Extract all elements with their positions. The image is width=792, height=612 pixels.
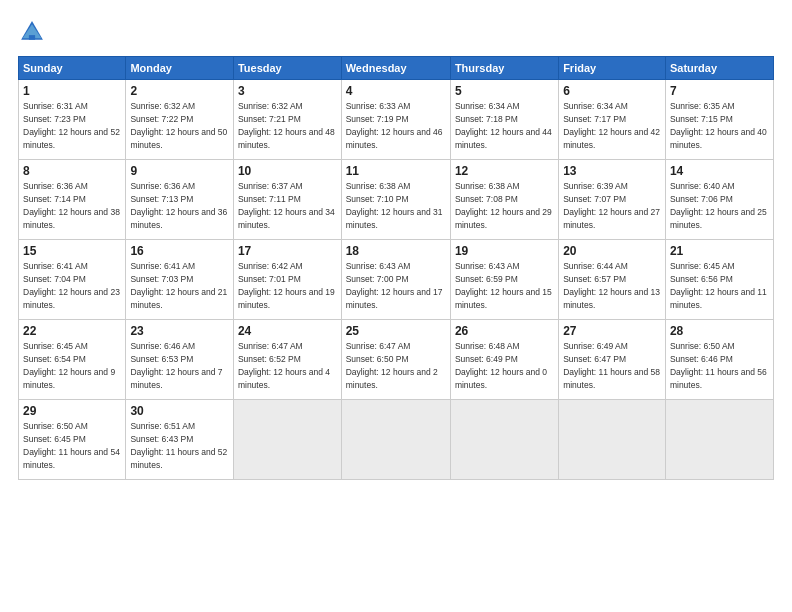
calendar-cell: 23 Sunrise: 6:46 AMSunset: 6:53 PMDaylig… xyxy=(126,320,234,400)
calendar-cell: 4 Sunrise: 6:33 AMSunset: 7:19 PMDayligh… xyxy=(341,80,450,160)
day-detail: Sunrise: 6:31 AMSunset: 7:23 PMDaylight:… xyxy=(23,101,120,150)
day-number: 24 xyxy=(238,324,337,338)
calendar-cell: 29 Sunrise: 6:50 AMSunset: 6:45 PMDaylig… xyxy=(19,400,126,480)
day-number: 4 xyxy=(346,84,446,98)
calendar-cell xyxy=(341,400,450,480)
day-number: 6 xyxy=(563,84,661,98)
calendar-cell: 18 Sunrise: 6:43 AMSunset: 7:00 PMDaylig… xyxy=(341,240,450,320)
day-detail: Sunrise: 6:32 AMSunset: 7:22 PMDaylight:… xyxy=(130,101,227,150)
calendar-cell: 27 Sunrise: 6:49 AMSunset: 6:47 PMDaylig… xyxy=(559,320,666,400)
day-number: 7 xyxy=(670,84,769,98)
calendar-cell: 9 Sunrise: 6:36 AMSunset: 7:13 PMDayligh… xyxy=(126,160,234,240)
day-detail: Sunrise: 6:37 AMSunset: 7:11 PMDaylight:… xyxy=(238,181,335,230)
day-number: 18 xyxy=(346,244,446,258)
calendar-cell: 14 Sunrise: 6:40 AMSunset: 7:06 PMDaylig… xyxy=(665,160,773,240)
day-number: 19 xyxy=(455,244,554,258)
calendar-cell: 17 Sunrise: 6:42 AMSunset: 7:01 PMDaylig… xyxy=(233,240,341,320)
day-detail: Sunrise: 6:46 AMSunset: 6:53 PMDaylight:… xyxy=(130,341,222,390)
day-number: 13 xyxy=(563,164,661,178)
calendar-cell: 19 Sunrise: 6:43 AMSunset: 6:59 PMDaylig… xyxy=(450,240,558,320)
day-number: 23 xyxy=(130,324,229,338)
day-number: 12 xyxy=(455,164,554,178)
logo-icon xyxy=(18,18,46,46)
calendar-cell: 25 Sunrise: 6:47 AMSunset: 6:50 PMDaylig… xyxy=(341,320,450,400)
day-detail: Sunrise: 6:43 AMSunset: 6:59 PMDaylight:… xyxy=(455,261,552,310)
week-row-2: 8 Sunrise: 6:36 AMSunset: 7:14 PMDayligh… xyxy=(19,160,774,240)
calendar-page: SundayMondayTuesdayWednesdayThursdayFrid… xyxy=(0,0,792,612)
calendar-cell: 1 Sunrise: 6:31 AMSunset: 7:23 PMDayligh… xyxy=(19,80,126,160)
calendar-cell: 16 Sunrise: 6:41 AMSunset: 7:03 PMDaylig… xyxy=(126,240,234,320)
calendar-cell: 6 Sunrise: 6:34 AMSunset: 7:17 PMDayligh… xyxy=(559,80,666,160)
week-row-4: 22 Sunrise: 6:45 AMSunset: 6:54 PMDaylig… xyxy=(19,320,774,400)
day-detail: Sunrise: 6:47 AMSunset: 6:50 PMDaylight:… xyxy=(346,341,438,390)
day-detail: Sunrise: 6:45 AMSunset: 6:56 PMDaylight:… xyxy=(670,261,767,310)
day-detail: Sunrise: 6:51 AMSunset: 6:43 PMDaylight:… xyxy=(130,421,227,470)
day-number: 30 xyxy=(130,404,229,418)
col-header-thursday: Thursday xyxy=(450,57,558,80)
day-number: 1 xyxy=(23,84,121,98)
calendar-cell xyxy=(559,400,666,480)
day-detail: Sunrise: 6:41 AMSunset: 7:03 PMDaylight:… xyxy=(130,261,227,310)
day-detail: Sunrise: 6:34 AMSunset: 7:17 PMDaylight:… xyxy=(563,101,660,150)
calendar-cell xyxy=(450,400,558,480)
calendar-cell: 7 Sunrise: 6:35 AMSunset: 7:15 PMDayligh… xyxy=(665,80,773,160)
day-number: 26 xyxy=(455,324,554,338)
calendar-cell: 11 Sunrise: 6:38 AMSunset: 7:10 PMDaylig… xyxy=(341,160,450,240)
day-detail: Sunrise: 6:40 AMSunset: 7:06 PMDaylight:… xyxy=(670,181,767,230)
col-header-saturday: Saturday xyxy=(665,57,773,80)
calendar-cell: 10 Sunrise: 6:37 AMSunset: 7:11 PMDaylig… xyxy=(233,160,341,240)
calendar-cell: 28 Sunrise: 6:50 AMSunset: 6:46 PMDaylig… xyxy=(665,320,773,400)
day-number: 25 xyxy=(346,324,446,338)
col-header-monday: Monday xyxy=(126,57,234,80)
calendar-cell: 20 Sunrise: 6:44 AMSunset: 6:57 PMDaylig… xyxy=(559,240,666,320)
day-number: 10 xyxy=(238,164,337,178)
col-header-sunday: Sunday xyxy=(19,57,126,80)
day-detail: Sunrise: 6:39 AMSunset: 7:07 PMDaylight:… xyxy=(563,181,660,230)
header-row: SundayMondayTuesdayWednesdayThursdayFrid… xyxy=(19,57,774,80)
day-number: 29 xyxy=(23,404,121,418)
day-number: 3 xyxy=(238,84,337,98)
day-number: 16 xyxy=(130,244,229,258)
day-detail: Sunrise: 6:49 AMSunset: 6:47 PMDaylight:… xyxy=(563,341,660,390)
day-number: 21 xyxy=(670,244,769,258)
day-number: 28 xyxy=(670,324,769,338)
day-detail: Sunrise: 6:34 AMSunset: 7:18 PMDaylight:… xyxy=(455,101,552,150)
day-detail: Sunrise: 6:38 AMSunset: 7:08 PMDaylight:… xyxy=(455,181,552,230)
day-detail: Sunrise: 6:50 AMSunset: 6:46 PMDaylight:… xyxy=(670,341,767,390)
day-detail: Sunrise: 6:42 AMSunset: 7:01 PMDaylight:… xyxy=(238,261,335,310)
day-number: 14 xyxy=(670,164,769,178)
day-detail: Sunrise: 6:41 AMSunset: 7:04 PMDaylight:… xyxy=(23,261,120,310)
col-header-tuesday: Tuesday xyxy=(233,57,341,80)
calendar-cell xyxy=(665,400,773,480)
calendar-cell: 12 Sunrise: 6:38 AMSunset: 7:08 PMDaylig… xyxy=(450,160,558,240)
calendar-cell: 26 Sunrise: 6:48 AMSunset: 6:49 PMDaylig… xyxy=(450,320,558,400)
day-number: 22 xyxy=(23,324,121,338)
header xyxy=(18,18,774,46)
col-header-wednesday: Wednesday xyxy=(341,57,450,80)
day-detail: Sunrise: 6:35 AMSunset: 7:15 PMDaylight:… xyxy=(670,101,767,150)
day-number: 17 xyxy=(238,244,337,258)
week-row-3: 15 Sunrise: 6:41 AMSunset: 7:04 PMDaylig… xyxy=(19,240,774,320)
day-number: 27 xyxy=(563,324,661,338)
calendar-cell: 22 Sunrise: 6:45 AMSunset: 6:54 PMDaylig… xyxy=(19,320,126,400)
day-detail: Sunrise: 6:36 AMSunset: 7:14 PMDaylight:… xyxy=(23,181,120,230)
day-number: 15 xyxy=(23,244,121,258)
day-number: 5 xyxy=(455,84,554,98)
day-detail: Sunrise: 6:38 AMSunset: 7:10 PMDaylight:… xyxy=(346,181,443,230)
day-detail: Sunrise: 6:44 AMSunset: 6:57 PMDaylight:… xyxy=(563,261,660,310)
calendar-cell: 24 Sunrise: 6:47 AMSunset: 6:52 PMDaylig… xyxy=(233,320,341,400)
week-row-1: 1 Sunrise: 6:31 AMSunset: 7:23 PMDayligh… xyxy=(19,80,774,160)
day-number: 11 xyxy=(346,164,446,178)
day-detail: Sunrise: 6:45 AMSunset: 6:54 PMDaylight:… xyxy=(23,341,115,390)
day-number: 20 xyxy=(563,244,661,258)
day-detail: Sunrise: 6:43 AMSunset: 7:00 PMDaylight:… xyxy=(346,261,443,310)
day-detail: Sunrise: 6:50 AMSunset: 6:45 PMDaylight:… xyxy=(23,421,120,470)
calendar-cell: 2 Sunrise: 6:32 AMSunset: 7:22 PMDayligh… xyxy=(126,80,234,160)
day-number: 9 xyxy=(130,164,229,178)
calendar-table: SundayMondayTuesdayWednesdayThursdayFrid… xyxy=(18,56,774,480)
col-header-friday: Friday xyxy=(559,57,666,80)
day-detail: Sunrise: 6:33 AMSunset: 7:19 PMDaylight:… xyxy=(346,101,443,150)
day-detail: Sunrise: 6:48 AMSunset: 6:49 PMDaylight:… xyxy=(455,341,547,390)
day-detail: Sunrise: 6:47 AMSunset: 6:52 PMDaylight:… xyxy=(238,341,330,390)
week-row-5: 29 Sunrise: 6:50 AMSunset: 6:45 PMDaylig… xyxy=(19,400,774,480)
